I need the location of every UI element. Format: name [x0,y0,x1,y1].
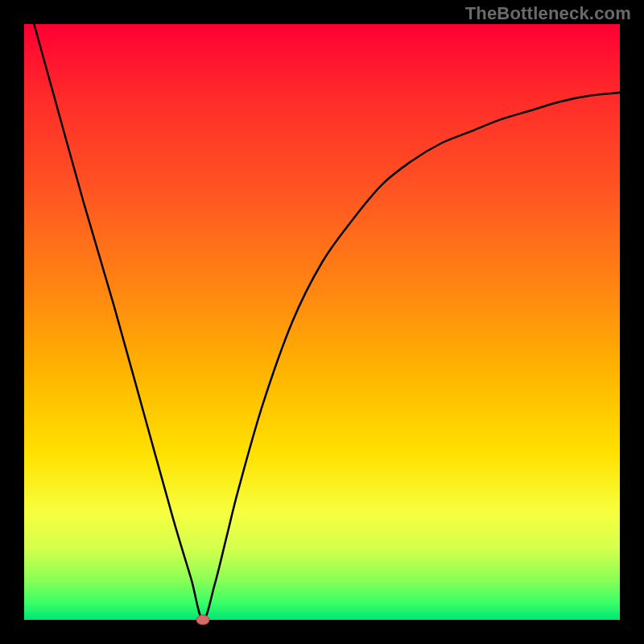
minimum-marker [196,615,209,625]
bottleneck-curve [24,0,620,620]
curve-svg [24,24,620,620]
chart-container: TheBottleneck.com [0,0,644,644]
plot-area [24,24,620,620]
watermark-text: TheBottleneck.com [465,3,631,24]
